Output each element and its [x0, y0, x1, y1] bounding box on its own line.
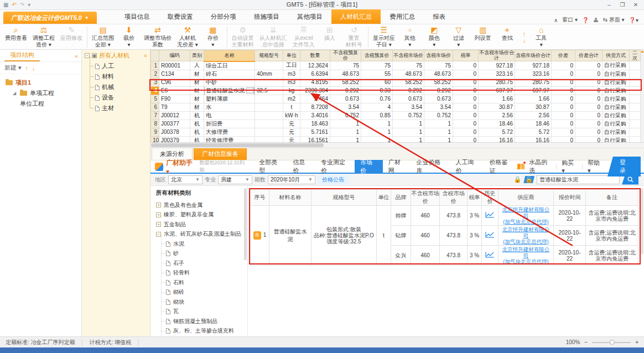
market-column-供应商[interactable]: 供应商: [498, 190, 554, 206]
grid-cell[interactable]: 60: [361, 78, 393, 86]
grid-cell[interactable]: 2.56: [515, 111, 552, 120]
grid-column-类别[interactable]: 类别: [190, 50, 204, 61]
market-scrollbar[interactable]: [641, 188, 643, 255]
category-item-砌砖[interactable]: 砌砖: [156, 288, 247, 298]
grid-cell[interactable]: 1: [424, 128, 453, 136]
gcl-nav-全部类型[interactable]: 全部类型: [253, 160, 287, 173]
collapse-icon[interactable]: −: [156, 232, 161, 237]
grid-cell[interactable]: m3: [283, 70, 300, 78]
grid-column-含税市场价合计[interactable]: 含税市场价合计: [515, 50, 552, 61]
user-icon[interactable]: [594, 18, 599, 23]
grid-cell[interactable]: 0: [453, 61, 479, 70]
grid-cell[interactable]: 电: [204, 111, 255, 120]
supplier-link[interactable]: (加气块北京总代理): [500, 238, 552, 245]
grid-cell[interactable]: 0: [552, 86, 575, 95]
grid-cell[interactable]: 0: [575, 120, 603, 128]
grid-cell[interactable]: 自行采购: [603, 86, 630, 95]
grid-cell[interactable]: [255, 128, 283, 136]
grid-cell[interactable]: 0: [575, 78, 603, 86]
grid-cell[interactable]: [630, 128, 641, 136]
grid-column-供货方式[interactable]: 供货方式: [603, 50, 630, 61]
grid-cell[interactable]: E6: [159, 86, 190, 95]
toolbar-button-工具[interactable]: ⌂工具▾: [529, 25, 553, 49]
grid-cell[interactable]: 0.33: [361, 86, 393, 95]
grid-cell[interactable]: 1: [330, 136, 361, 143]
grid-cell[interactable]: [255, 103, 283, 111]
toolbar-button-过滤[interactable]: ▽过滤▾: [446, 25, 471, 49]
market-column-税率[interactable]: 税率: [468, 190, 482, 206]
grid-cell[interactable]: 16.16: [479, 136, 515, 143]
toolbar-button-存价[interactable]: ▦存价▾: [201, 25, 225, 49]
question-icon[interactable]: ❓▾: [629, 17, 639, 23]
gcl-nav-专业测定价[interactable]: 专业测定价: [315, 160, 355, 173]
grid-cell[interactable]: 1: [424, 136, 453, 143]
grid-cell[interactable]: 1: [330, 128, 361, 136]
tab-广材信息服务[interactable]: 广材信息服务: [194, 148, 247, 160]
grid-cell[interactable]: 75: [393, 61, 424, 70]
grid-cell[interactable]: 0.292: [330, 86, 361, 95]
expand-icon[interactable]: +: [156, 203, 161, 207]
grid-cell[interactable]: 机: [190, 111, 204, 120]
grid-cell[interactable]: [255, 120, 283, 128]
grid-cell[interactable]: 16.16: [515, 136, 552, 143]
grid-cell[interactable]: J00378: [159, 128, 190, 136]
grid-cell[interactable]: 0: [575, 136, 603, 143]
grid-cell[interactable]: 自行采购: [603, 136, 630, 143]
grid-cell[interactable]: [630, 78, 641, 86]
grid-column-价差[interactable]: 价差: [552, 50, 575, 61]
grid-cell[interactable]: 1: [361, 120, 393, 128]
grid-cell[interactable]: 元: [283, 128, 300, 136]
grid-cell[interactable]: 1: [361, 128, 393, 136]
toolbar-button-费用查看[interactable]: ⌕费用查看: [2, 25, 30, 49]
expand-icon[interactable]: +: [156, 222, 161, 227]
menu-item-分部分项[interactable]: 分部分项: [202, 9, 245, 24]
toolbar-button-人材机[interactable]: ⚒人材机无价差 ▾: [174, 25, 201, 49]
grid-cell[interactable]: 0: [575, 70, 603, 78]
grid-cell[interactable]: 材: [190, 78, 204, 86]
grid-cell[interactable]: 1.66: [479, 95, 515, 103]
table-row[interactable]: 9J00378机大修理费元5.7161111105.725.7200自行采购: [151, 128, 641, 136]
menu-item-取费设置[interactable]: 取费设置: [159, 9, 202, 24]
row-number-cell[interactable]: 8: [151, 120, 159, 128]
grid-cell[interactable]: [255, 136, 283, 143]
grid-cell[interactable]: [630, 70, 641, 78]
major-select[interactable]: 房建▼: [218, 175, 252, 184]
table-row[interactable]: 10J00379机经常修理费元16.15611111016.1616.1600自…: [151, 136, 641, 143]
grid-cell[interactable]: 普通硅酸盐水泥⋯: [204, 86, 255, 95]
grid-cell[interactable]: 927.18: [479, 61, 515, 70]
zoom-slider[interactable]: [592, 342, 631, 343]
table-row[interactable]: 6T9材水t8.72083.5443.543.54030.8730.8700自行…: [151, 103, 641, 111]
grid-cell[interactable]: 0: [552, 103, 575, 111]
grid-cell[interactable]: 人: [190, 61, 204, 70]
move-down-icon[interactable]: ↓: [523, 38, 526, 43]
grid-cell[interactable]: 16.1561: [300, 136, 330, 143]
menu-item-措施项目[interactable]: 措施项目: [245, 9, 288, 24]
gcl-nav-市场价[interactable]: 市场价: [355, 160, 383, 173]
gcl-nav-人工询价[interactable]: 人工询价: [450, 160, 484, 173]
market-column-报价时间[interactable]: 报价时间: [554, 190, 586, 206]
category-scrollbar[interactable]: [244, 188, 247, 260]
grid-cell[interactable]: 0: [453, 128, 479, 136]
supplier-link[interactable]: 北京恒升建材有限公司: [500, 206, 552, 219]
grid-cell[interactable]: F90: [159, 95, 190, 103]
grid-cell[interactable]: 55: [361, 70, 393, 78]
grid-cell[interactable]: 碎石: [204, 70, 255, 78]
market-column-单位[interactable]: 单位: [377, 190, 391, 206]
project-tree-item-单位工程[interactable]: 单位工程: [6, 98, 81, 109]
history-cell[interactable]: [482, 226, 498, 246]
history-price-icon[interactable]: [485, 231, 495, 238]
scrollbar-thumb[interactable]: [151, 143, 324, 147]
history-price-icon[interactable]: [485, 211, 495, 219]
lock-open-icon[interactable]: 🔓: [523, 176, 534, 183]
row-number-cell[interactable]: 9: [151, 128, 159, 136]
interface-menu[interactable]: ⇆ 界面 ▾: [603, 16, 625, 24]
grid-column-含税预算价[interactable]: 含税预算价: [361, 50, 393, 61]
menu-item-人材机汇总[interactable]: 人材机汇总: [331, 9, 381, 24]
grid-cell[interactable]: 自行采购: [603, 61, 630, 70]
row-number-cell[interactable]: 6: [151, 103, 159, 111]
price-notice-button[interactable]: 价格公告: [318, 175, 349, 185]
category-item-水泥[interactable]: 水泥: [156, 239, 247, 249]
grid-cell[interactable]: 0: [552, 128, 575, 136]
grid-cell[interactable]: 自行采购: [603, 111, 630, 120]
grid-cell[interactable]: 3.54: [330, 103, 361, 111]
